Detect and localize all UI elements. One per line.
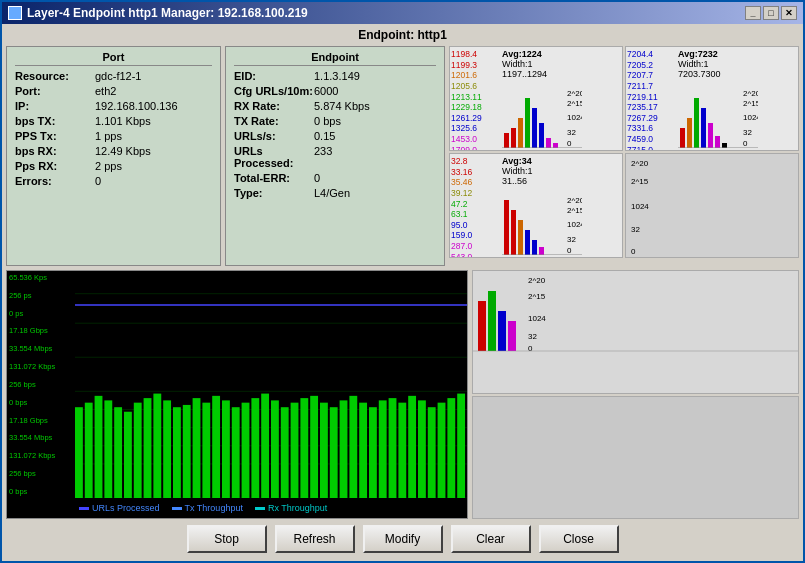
svg-rect-67 [202, 403, 210, 498]
svg-rect-17 [525, 230, 530, 255]
errors-row: Errors: 0 [15, 175, 212, 187]
minimize-button[interactable]: _ [745, 6, 761, 20]
svg-text:2^20: 2^20 [567, 196, 582, 205]
chart1-val4: 1205.6 [451, 81, 477, 91]
svg-rect-15 [511, 210, 516, 255]
port-row: Port: eth2 [15, 85, 212, 97]
svg-rect-80 [330, 407, 338, 498]
svg-rect-82 [349, 396, 357, 498]
svg-text:2^20: 2^20 [528, 276, 546, 285]
clear-button[interactable]: Clear [451, 525, 531, 553]
svg-rect-62 [153, 394, 161, 498]
close-button[interactable]: Close [539, 525, 619, 553]
svg-rect-1 [511, 128, 516, 148]
chart1-val7: 1261.29 [451, 113, 482, 123]
txrate-label: TX Rate: [234, 115, 314, 127]
close-window-button[interactable]: ✕ [781, 6, 797, 20]
refresh-button[interactable]: Refresh [275, 525, 355, 553]
ppstx-value: 1 pps [95, 130, 122, 142]
svg-rect-72 [251, 398, 259, 498]
rxrate-value: 5.874 Kbps [314, 100, 370, 112]
svg-rect-16 [518, 220, 523, 255]
svg-rect-61 [144, 398, 152, 498]
rxrate-label: RX Rate: [234, 100, 314, 112]
stop-button[interactable]: Stop [187, 525, 267, 553]
ppsrx-row: Pps RX: 2 pps [15, 160, 212, 172]
right-chart-1-svg: 2^20 2^15 1024 32 0 [473, 271, 798, 393]
svg-text:32: 32 [631, 225, 640, 234]
svg-rect-88 [408, 396, 416, 498]
urlsproc-label: URLs Processed: [234, 145, 314, 169]
right-chart-2 [472, 396, 799, 520]
chart1-width: Width:1 [502, 59, 622, 69]
top-chart-2: 7204.4 7205.2 7207.7 7211.7 7219.11 7235… [625, 46, 799, 151]
maximize-button[interactable]: □ [763, 6, 779, 20]
svg-rect-77 [300, 398, 308, 498]
svg-rect-58 [114, 407, 122, 498]
errors-label: Errors: [15, 175, 95, 187]
legend-tx-label: Tx Throughput [185, 503, 243, 513]
resource-row: Resource: gdc-f12-1 [15, 70, 212, 82]
chart1-val6: 1229.18 [451, 102, 482, 112]
right-charts: 2^20 2^15 1024 32 0 [472, 270, 799, 519]
urlss-label: URLs/s: [234, 130, 314, 142]
top-chart-1: 1198.4 1199.3 1201.6 1205.6 1213.11 1229… [449, 46, 623, 151]
totalerr-label: Total-ERR: [234, 172, 314, 184]
svg-rect-89 [418, 400, 426, 498]
ip-value: 192.168.100.136 [95, 100, 178, 112]
svg-text:2^15: 2^15 [528, 292, 546, 301]
modify-button[interactable]: Modify [363, 525, 443, 553]
svg-rect-71 [242, 403, 250, 498]
svg-rect-68 [212, 396, 220, 498]
svg-text:2^15: 2^15 [567, 206, 582, 215]
type-value: L4/Gen [314, 187, 350, 199]
urlsproc-value: 233 [314, 145, 332, 169]
ppsrx-label: Pps RX: [15, 160, 95, 172]
svg-rect-6 [546, 138, 551, 148]
legend-rx-label: Rx Throughput [268, 503, 327, 513]
legend-urls: URLs Processed [79, 503, 160, 513]
main-chart-content [75, 271, 467, 498]
svg-text:2^20: 2^20 [567, 89, 582, 98]
ip-row: IP: 192.168.100.136 [15, 100, 212, 112]
svg-rect-73 [261, 394, 269, 498]
svg-rect-55 [85, 403, 93, 498]
svg-rect-87 [398, 403, 406, 498]
chart1-range: 1197..1294 [502, 69, 622, 79]
svg-rect-92 [447, 398, 455, 498]
chart1-stats: Avg:1224 Width:1 1197..1294 [500, 47, 622, 150]
svg-rect-85 [379, 400, 387, 498]
type-label: Type: [234, 187, 314, 199]
svg-rect-83 [359, 403, 367, 498]
chart1-val9: 1453.0 [451, 134, 477, 144]
chart4-svg: 2^20 2^15 1024 32 0 [626, 154, 798, 257]
window-title: Layer-4 Endpoint http1 Manager: 192.168.… [27, 6, 308, 20]
svg-rect-96 [498, 311, 506, 351]
svg-text:1024: 1024 [567, 113, 582, 122]
title-bar: Layer-4 Endpoint http1 Manager: 192.168.… [2, 2, 803, 24]
endpoint-header: Endpoint: http1 [6, 28, 799, 42]
svg-rect-91 [438, 403, 446, 498]
bpsrx-value: 12.49 Kbps [95, 145, 151, 157]
svg-rect-64 [173, 407, 181, 498]
svg-text:1024: 1024 [567, 220, 582, 229]
svg-text:2^15: 2^15 [631, 177, 649, 186]
main-chart-y-axis: 65.536 Kps 256 ps 0 ps 17.18 Gbps 33.554… [7, 271, 75, 498]
svg-rect-94 [478, 301, 486, 351]
svg-rect-63 [163, 400, 171, 498]
chart1-val1: 1198.4 [451, 49, 477, 59]
svg-text:2^15: 2^15 [567, 99, 582, 108]
chart1-val10: 1709.0 [451, 145, 477, 150]
svg-text:32: 32 [743, 128, 752, 137]
eid-row: EID: 1.1.3.149 [234, 70, 436, 82]
port-label: Port: [15, 85, 95, 97]
content-area: Endpoint: http1 Port Resource: gdc-f12-1… [2, 24, 803, 561]
legend-rx-color [255, 507, 265, 510]
cfgurls-row: Cfg URLs/10m: 6000 [234, 85, 436, 97]
chart3-stats: Avg:34 Width:1 31..56 [500, 154, 622, 257]
main-chart: 65.536 Kps 256 ps 0 ps 17.18 Gbps 33.554… [6, 270, 468, 519]
chart1-val5: 1213.11 [451, 92, 482, 102]
urlss-row: URLs/s: 0.15 [234, 130, 436, 142]
svg-text:2^20: 2^20 [743, 89, 758, 98]
totalerr-value: 0 [314, 172, 320, 184]
